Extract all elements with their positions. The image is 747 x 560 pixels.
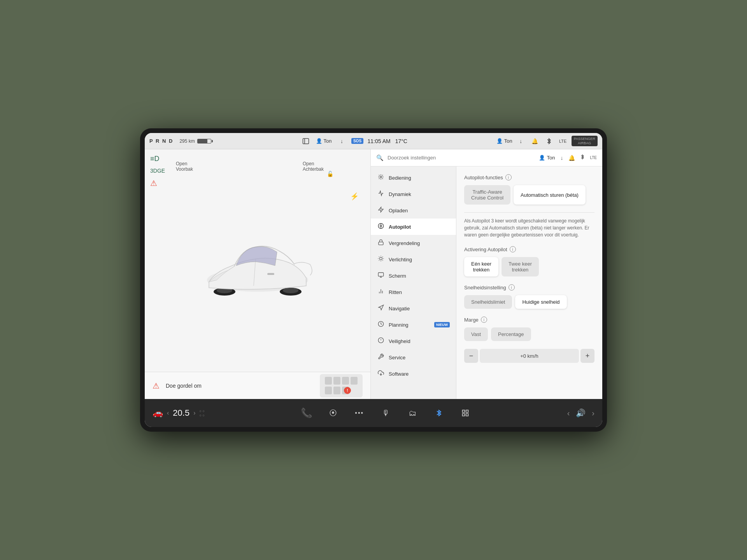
sos-btn[interactable]: SOS [352, 136, 363, 147]
bluetooth-icon-top[interactable] [544, 136, 554, 147]
svg-marker-19 [379, 207, 383, 212]
taskbar-scroll-left[interactable]: ‹ [567, 409, 570, 418]
scherm-icon [377, 272, 385, 280]
svg-rect-11 [342, 377, 349, 385]
taskbar-scroll-right[interactable]: › [592, 409, 594, 418]
menu-label-navigatie: Navigatie [389, 306, 410, 312]
menu-label-opladen: Opladen [389, 208, 408, 214]
screen-inner: P R N D 295 km 👤 Ton [145, 133, 602, 427]
taskbar-phone-btn[interactable]: 📞 [299, 405, 314, 421]
user-label-top[interactable]: 👤 Ton [316, 138, 332, 144]
car-label-voorbak: Open Voorbak [176, 161, 193, 172]
btn-huidige-snelheid[interactable]: Huidige snelheid [515, 295, 566, 309]
download-icon-search[interactable]: ↓ [560, 155, 563, 161]
btn-twee-keer[interactable]: Twee keer trekken [502, 257, 539, 276]
btn-traffic-aware[interactable]: Traffic-Aware Cruise Control [464, 185, 510, 205]
airbag-line1: PASSENGER [574, 137, 595, 141]
taskbar-cards-btn[interactable]: 🗂 [405, 405, 420, 421]
taskbar-temperature: 20.5 [173, 408, 189, 418]
download-icon-right[interactable]: ↓ [516, 136, 526, 147]
passenger-airbag: PASSENGER AIRBAG [572, 136, 598, 147]
section2-info[interactable]: i [510, 246, 516, 252]
menu-item-veiligheid[interactable]: Veiligheid [371, 333, 456, 349]
btn-auto-steer[interactable]: Automatisch sturen (béta) [514, 185, 586, 205]
verlichting-icon [377, 256, 385, 263]
battery-bar [197, 139, 211, 144]
software-icon [377, 370, 385, 378]
menu-item-vergrendeling[interactable]: Vergrendeling [371, 235, 456, 251]
autopilot-icon [377, 223, 385, 231]
network-icon-search[interactable]: LTE [590, 156, 597, 160]
user-name-top: Ton [324, 138, 332, 144]
speed-plus-btn[interactable]: + [580, 349, 594, 363]
notification-icon-search[interactable]: 🔔 [568, 155, 575, 161]
menu-item-autopilot[interactable]: Autopilot [371, 219, 456, 235]
search-right-icons: 👤 Ton ↓ 🔔 LTE [539, 154, 597, 161]
svg-rect-24 [379, 242, 383, 245]
bediening-icon [377, 174, 385, 182]
btn-snelheidslimiet[interactable]: Snelheidslimiet [464, 295, 512, 309]
svg-line-32 [379, 260, 379, 261]
seat-diagram-svg: ! [322, 375, 361, 396]
car-svg-container [195, 210, 320, 311]
btn-percentage[interactable]: Percentage [491, 327, 531, 341]
taskbar-podcast-btn[interactable]: 🎙 [378, 405, 394, 421]
svg-line-29 [382, 260, 383, 261]
section3-info[interactable]: i [509, 284, 515, 290]
taskbar-volume-btn[interactable]: 🔊 [576, 408, 586, 418]
grid-icon [461, 409, 469, 417]
menu-item-planning[interactable]: Planning NIEUW [371, 317, 456, 333]
taskbar-camera-btn[interactable]: ⦿ [325, 405, 341, 421]
bluetooth-icon-search[interactable] [580, 154, 584, 161]
taskbar-right: ‹ 🔊 › [567, 408, 594, 418]
car-label-achterbak: Open Achterbak [303, 161, 324, 172]
user-label-right[interactable]: 👤 Ton [496, 138, 512, 144]
taskbar-bluetooth-btn[interactable] [431, 405, 447, 421]
menu-label-autopilot: Autopilot [389, 224, 411, 230]
speed-minus-btn[interactable]: − [464, 349, 478, 363]
seat-diagram: ! [320, 374, 363, 397]
taskbar: 🚗 ‹ 20.5 › ○ ○ ○ ○ 📞 ⦿ ••• [145, 399, 602, 427]
svg-point-6 [283, 288, 298, 293]
taskbar-car-icon[interactable]: 🚗 [153, 408, 163, 418]
menu-item-verlichting[interactable]: Verlichting [371, 251, 456, 268]
menu-item-bediening[interactable]: Bediening [371, 170, 456, 186]
menu-item-opladen[interactable]: Opladen [371, 202, 456, 219]
menu-item-service[interactable]: Service [371, 349, 456, 366]
battery-fill [198, 139, 208, 143]
menu-item-ritten[interactable]: Ritten [371, 284, 456, 300]
taskbar-grid-btn[interactable] [458, 405, 473, 421]
marge-buttons: Vast Percentage [464, 327, 594, 341]
svg-line-28 [379, 257, 379, 257]
btn-een-keer[interactable]: Eén keer trekken [464, 257, 498, 276]
section1-title: Autopilot-functies i [464, 174, 594, 180]
section1-info[interactable]: i [505, 174, 512, 180]
network-icon[interactable]: LTE [558, 136, 568, 147]
menu-label-software: Software [389, 371, 409, 377]
user-icon-search[interactable]: 👤 Ton [539, 155, 555, 161]
menu-item-software[interactable]: Software [371, 366, 456, 382]
download-icon-btn[interactable]: ↓ [337, 136, 347, 147]
menu-item-scherm[interactable]: Scherm [371, 268, 456, 284]
dynamiek-icon [377, 190, 385, 198]
warning-text: Doe gordel om [166, 383, 202, 389]
search-input[interactable] [388, 155, 535, 161]
warning-bar: ⚠ Doe gordel om [145, 372, 370, 399]
snelheid-buttons: Snelheidslimiet Huidige snelheid [464, 295, 594, 309]
taskbar-more-btn[interactable]: ••• [352, 405, 367, 421]
section4-info[interactable]: i [481, 317, 487, 323]
menu-item-dynamiek[interactable]: Dynamiek [371, 186, 456, 202]
temp-display: 17°C [395, 138, 407, 144]
ritten-icon [377, 288, 385, 296]
menu-item-navigatie[interactable]: Navigatie [371, 300, 456, 317]
menu-label-veiligheid: Veiligheid [389, 338, 410, 344]
settings-body: Bediening Dynamiek Oplad [371, 166, 602, 399]
taskbar-left: 🚗 ‹ 20.5 › ○ ○ ○ ○ [153, 408, 205, 418]
main-content: ≡D 3DGE ⚠ Open Voorbak Open Achterbak 🔓 … [145, 149, 602, 399]
left-panel: ≡D 3DGE ⚠ Open Voorbak Open Achterbak 🔓 … [145, 149, 370, 399]
settings-icon-btn[interactable] [300, 136, 311, 147]
notification-icon[interactable]: 🔔 [530, 136, 540, 147]
svg-text:!: ! [347, 388, 348, 393]
btn-vast[interactable]: Vast [464, 327, 488, 341]
svg-rect-12 [351, 377, 358, 385]
